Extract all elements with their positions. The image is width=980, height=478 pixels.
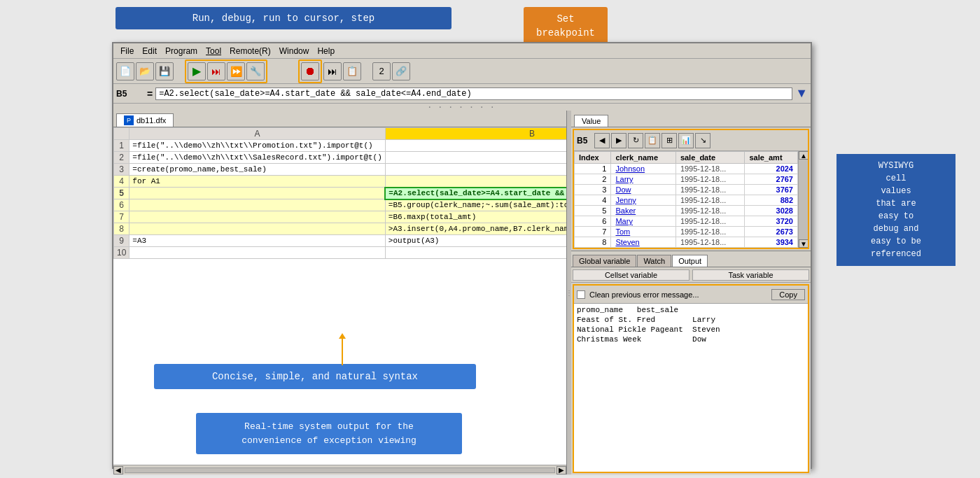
save-file-button[interactable]: 💾 <box>155 62 174 80</box>
value-panel-wrapper: B5 ◀ ▶ ↻ 📋 ⊞ 📊 ↘ Index <box>573 129 809 249</box>
menu-window[interactable]: Window <box>275 46 314 56</box>
row-number-6: 6 <box>114 199 130 211</box>
debug-button[interactable]: 🔧 <box>246 62 265 80</box>
cell-index: 7 <box>575 227 611 237</box>
run-debug-group: ▶ ⏭ ⏩ 🔧 <box>185 59 267 83</box>
scroll-track[interactable] <box>799 160 808 239</box>
value-nav-back[interactable]: ◀ <box>594 133 610 148</box>
scroll-up-button[interactable]: ▲ <box>799 151 808 160</box>
scroll-left-button[interactable]: ◀ <box>113 466 123 475</box>
value-chart-button[interactable]: 📊 <box>678 133 694 148</box>
formula-arrow-button[interactable]: ▼ <box>795 86 808 101</box>
value-table-scrollbar[interactable]: ▲ ▼ <box>798 151 808 248</box>
breakpoint-group: ⏺ <box>298 59 322 83</box>
value-copy-button[interactable]: 📋 <box>645 133 660 148</box>
cell-a1[interactable]: =file("..\\demo\\zh\\txt\\Promotion.txt"… <box>130 140 385 152</box>
menu-remote[interactable]: Remote(R) <box>225 46 275 56</box>
table-row: 5 =A2.select(sale_date>=A4.start_date &&… <box>114 188 567 199</box>
cell-clerk-name[interactable]: Baker <box>611 206 676 216</box>
cell-clerk-name[interactable]: Johnson <box>611 164 676 174</box>
step-into-button[interactable]: ⏭ <box>323 62 342 80</box>
run-button[interactable]: ▶ <box>188 62 206 80</box>
table-row: 10 <box>114 247 567 259</box>
menu-help[interactable]: Help <box>313 46 339 56</box>
cell-clerk-name[interactable]: Tom <box>611 227 676 237</box>
tab-output[interactable]: Output <box>672 255 708 267</box>
toolbar-extra1-button[interactable]: 2 <box>372 62 391 80</box>
cell-a6[interactable] <box>130 199 385 211</box>
value-refresh-button[interactable]: ↻ <box>628 133 643 148</box>
cell-b6[interactable]: =B5.group(clerk_name;~.sum(sale_amt):tot… <box>385 199 566 211</box>
cell-sale-amt: 2024 <box>745 164 798 174</box>
cell-b10[interactable] <box>385 247 566 259</box>
sheet-tab-db11[interactable]: P db11.dfx <box>116 113 174 127</box>
tab-watch[interactable]: Watch <box>637 255 671 267</box>
scroll-right-button[interactable]: ▶ <box>556 466 566 475</box>
cellset-variable-bar[interactable]: Cellset variable <box>573 269 690 281</box>
menu-tool[interactable]: Tool <box>202 46 225 56</box>
col-clerk-header: clerk_name <box>611 152 676 164</box>
value-nav-forward[interactable]: ▶ <box>611 133 626 148</box>
open-file-button[interactable]: 📂 <box>136 62 154 80</box>
cell-index: 8 <box>575 237 611 248</box>
value-grid-button[interactable]: ⊞ <box>662 133 677 148</box>
step-button[interactable]: ⏭ <box>207 62 225 80</box>
toolbar-copy-button[interactable]: 📋 <box>343 62 361 80</box>
value-table-wrapper: Index clerk_name sale_date sale_amt 1 Jo… <box>574 151 798 248</box>
run-debug-annotation: Run, debug, run to cursor, step <box>115 7 451 29</box>
cell-clerk-name[interactable]: Steven <box>611 237 676 248</box>
cell-index: 4 <box>575 195 611 206</box>
toolbar-extra2-button[interactable]: 🔗 <box>392 62 410 80</box>
cell-clerk-name[interactable]: Larry <box>611 174 676 185</box>
menu-file[interactable]: File <box>116 46 138 56</box>
row-number-10: 10 <box>114 247 130 259</box>
cell-b8[interactable]: >A3.insert(0,A4.promo_name,B7.clerk_name… <box>385 223 566 235</box>
cell-b4[interactable] <box>385 176 566 188</box>
cell-a7[interactable] <box>130 211 385 223</box>
cell-a3[interactable]: =create(promo_name,best_sale) <box>130 164 385 176</box>
cell-b5[interactable]: =A2.select(sale_date>=A4.start_date && s… <box>385 188 566 199</box>
value-tab[interactable]: Value <box>574 115 608 127</box>
value-more-button[interactable]: ↘ <box>695 133 710 148</box>
breakpoint-button[interactable]: ⏺ <box>301 62 319 80</box>
copy-button[interactable]: Copy <box>771 289 805 300</box>
cell-clerk-name[interactable]: Mary <box>611 216 676 227</box>
col-amt-header: sale_amt <box>745 152 798 164</box>
corner-header <box>114 128 130 140</box>
cell-a10[interactable] <box>130 247 385 259</box>
cell-b3[interactable] <box>385 164 566 176</box>
cell-a9[interactable]: =A3 <box>130 235 385 247</box>
syntax-annotation: Concise, simple, and natural syntax <box>154 364 476 389</box>
cell-sale-amt: 2767 <box>745 174 798 185</box>
task-variable-bar[interactable]: Task variable <box>692 269 809 281</box>
right-panel: Value B5 ◀ ▶ ↻ 📋 ⊞ 📊 ↘ <box>571 111 811 475</box>
tab-global-variable[interactable]: Global variable <box>573 255 636 267</box>
cell-b2[interactable] <box>385 152 566 164</box>
cell-b9[interactable]: >output(A3) <box>385 235 566 247</box>
clean-checkbox[interactable] <box>577 290 585 299</box>
menu-edit[interactable]: Edit <box>138 46 161 56</box>
horizontal-scrollbar[interactable]: ◀ ▶ <box>113 465 566 475</box>
menu-program[interactable]: Program <box>161 46 202 56</box>
cell-a5[interactable] <box>130 188 385 199</box>
new-file-button[interactable]: 📄 <box>116 62 134 80</box>
cell-a2[interactable]: =file("..\\demo\\zh\\txt\\SalesRecord.tx… <box>130 152 385 164</box>
value-table-container[interactable]: Index clerk_name sale_date sale_amt 1 Jo… <box>574 151 808 248</box>
cell-sale-date: 1995-12-18... <box>676 227 745 237</box>
cell-a8[interactable] <box>130 223 385 235</box>
cell-sale-amt: 3767 <box>745 185 798 195</box>
cell-b7[interactable]: =B6.maxp(total_amt) <box>385 211 566 223</box>
cell-clerk-name[interactable]: Dow <box>611 185 676 195</box>
cell-a4[interactable]: for A1 <box>130 176 385 188</box>
col-index-header: Index <box>575 152 611 164</box>
cell-b1[interactable] <box>385 140 566 152</box>
resize-handle[interactable]: · · · · · · · <box>113 104 811 111</box>
run-cursor-button[interactable]: ⏩ <box>227 62 245 80</box>
table-row: 6 =B5.group(clerk_name;~.sum(sale_amt):t… <box>114 199 567 211</box>
sheet-tab-label: db11.dfx <box>136 116 166 125</box>
scroll-down-button[interactable]: ▼ <box>799 239 808 248</box>
table-row: 3 =create(promo_name,best_sale) <box>114 164 567 176</box>
formula-input[interactable] <box>155 87 792 100</box>
cell-clerk-name[interactable]: Jenny <box>611 195 676 206</box>
horizontal-scroll-track[interactable] <box>125 468 555 473</box>
